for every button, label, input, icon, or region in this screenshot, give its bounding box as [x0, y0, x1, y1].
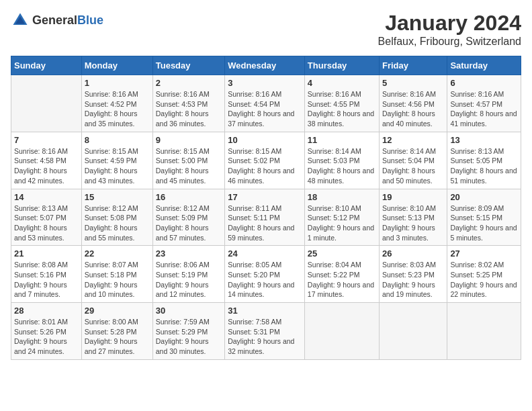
day-number: 29	[85, 306, 150, 316]
day-number: 18	[308, 192, 376, 202]
day-info: Sunrise: 8:15 AMSunset: 5:02 PMDaylight:…	[228, 146, 302, 186]
logo-icon	[11, 11, 30, 30]
day-cell: 31Sunrise: 7:58 AMSunset: 5:31 PMDayligh…	[225, 303, 305, 360]
header-day-friday: Friday	[380, 56, 447, 75]
day-cell: 11Sunrise: 8:14 AMSunset: 5:03 PMDayligh…	[304, 132, 379, 189]
day-cell	[304, 303, 379, 360]
day-cell: 30Sunrise: 7:59 AMSunset: 5:29 PMDayligh…	[152, 303, 224, 360]
day-number: 19	[382, 192, 444, 202]
day-info: Sunrise: 8:02 AMSunset: 5:25 PMDaylight:…	[450, 260, 518, 300]
day-cell	[11, 75, 82, 132]
day-cell: 13Sunrise: 8:13 AMSunset: 5:05 PMDayligh…	[447, 132, 521, 189]
day-number: 9	[156, 135, 222, 145]
day-cell	[380, 303, 447, 360]
day-info: Sunrise: 8:09 AMSunset: 5:15 PMDaylight:…	[450, 203, 518, 243]
day-info: Sunrise: 8:12 AMSunset: 5:08 PMDaylight:…	[85, 203, 150, 243]
day-info: Sunrise: 8:03 AMSunset: 5:23 PMDaylight:…	[382, 260, 444, 300]
day-cell: 15Sunrise: 8:12 AMSunset: 5:08 PMDayligh…	[81, 189, 152, 246]
day-info: Sunrise: 7:58 AMSunset: 5:31 PMDaylight:…	[228, 317, 302, 357]
day-info: Sunrise: 8:10 AMSunset: 5:12 PMDaylight:…	[308, 203, 376, 243]
logo: GeneralBlue	[11, 11, 103, 30]
day-number: 1	[85, 78, 150, 88]
day-cell: 3Sunrise: 8:16 AMSunset: 4:54 PMDaylight…	[225, 75, 305, 132]
header-row: SundayMondayTuesdayWednesdayThursdayFrid…	[11, 56, 521, 75]
day-info: Sunrise: 8:05 AMSunset: 5:20 PMDaylight:…	[228, 260, 302, 300]
day-info: Sunrise: 8:07 AMSunset: 5:18 PMDaylight:…	[85, 260, 150, 300]
day-info: Sunrise: 8:16 AMSunset: 4:52 PMDaylight:…	[85, 89, 150, 129]
day-cell: 10Sunrise: 8:15 AMSunset: 5:02 PMDayligh…	[225, 132, 305, 189]
week-row-3: 14Sunrise: 8:13 AMSunset: 5:07 PMDayligh…	[11, 189, 521, 246]
day-cell: 23Sunrise: 8:06 AMSunset: 5:19 PMDayligh…	[152, 246, 224, 303]
day-number: 12	[382, 135, 444, 145]
page-header: GeneralBlue January 2024 Belfaux, Fribou…	[11, 11, 521, 48]
day-cell: 8Sunrise: 8:15 AMSunset: 4:59 PMDaylight…	[81, 132, 152, 189]
day-cell	[447, 303, 521, 360]
week-row-5: 28Sunrise: 8:01 AMSunset: 5:26 PMDayligh…	[11, 303, 521, 360]
header-day-wednesday: Wednesday	[225, 56, 305, 75]
day-info: Sunrise: 8:13 AMSunset: 5:07 PMDaylight:…	[14, 203, 79, 243]
day-number: 20	[450, 192, 518, 202]
day-number: 27	[450, 248, 518, 259]
week-row-2: 7Sunrise: 8:16 AMSunset: 4:58 PMDaylight…	[11, 132, 521, 189]
logo-general: General	[32, 13, 77, 27]
day-number: 8	[85, 135, 150, 145]
day-cell: 9Sunrise: 8:15 AMSunset: 5:00 PMDaylight…	[152, 132, 224, 189]
day-cell: 24Sunrise: 8:05 AMSunset: 5:20 PMDayligh…	[225, 246, 305, 303]
day-number: 6	[450, 78, 518, 88]
header-day-saturday: Saturday	[447, 56, 521, 75]
day-cell: 28Sunrise: 8:01 AMSunset: 5:26 PMDayligh…	[11, 303, 82, 360]
day-number: 7	[14, 135, 79, 145]
day-number: 2	[156, 78, 222, 88]
day-number: 28	[14, 306, 79, 316]
day-info: Sunrise: 8:06 AMSunset: 5:19 PMDaylight:…	[156, 260, 222, 300]
day-number: 26	[382, 248, 444, 259]
day-cell: 20Sunrise: 8:09 AMSunset: 5:15 PMDayligh…	[447, 189, 521, 246]
day-cell: 1Sunrise: 8:16 AMSunset: 4:52 PMDaylight…	[81, 75, 152, 132]
day-number: 5	[382, 78, 444, 88]
day-info: Sunrise: 8:12 AMSunset: 5:09 PMDaylight:…	[156, 203, 222, 243]
day-info: Sunrise: 8:11 AMSunset: 5:11 PMDaylight:…	[228, 203, 302, 243]
logo-text: GeneralBlue	[32, 13, 103, 28]
day-info: Sunrise: 7:59 AMSunset: 5:29 PMDaylight:…	[156, 317, 222, 357]
header-day-sunday: Sunday	[11, 56, 82, 75]
day-cell: 5Sunrise: 8:16 AMSunset: 4:56 PMDaylight…	[380, 75, 447, 132]
header-day-tuesday: Tuesday	[152, 56, 224, 75]
calendar-title: January 2024	[378, 11, 521, 36]
day-info: Sunrise: 8:08 AMSunset: 5:16 PMDaylight:…	[14, 260, 79, 300]
day-cell: 7Sunrise: 8:16 AMSunset: 4:58 PMDaylight…	[11, 132, 82, 189]
day-cell: 4Sunrise: 8:16 AMSunset: 4:55 PMDaylight…	[304, 75, 379, 132]
day-cell: 16Sunrise: 8:12 AMSunset: 5:09 PMDayligh…	[152, 189, 224, 246]
day-info: Sunrise: 8:04 AMSunset: 5:22 PMDaylight:…	[308, 260, 376, 300]
day-number: 22	[85, 248, 150, 259]
day-cell: 14Sunrise: 8:13 AMSunset: 5:07 PMDayligh…	[11, 189, 82, 246]
day-info: Sunrise: 8:14 AMSunset: 5:04 PMDaylight:…	[382, 146, 444, 186]
day-number: 30	[156, 306, 222, 316]
day-info: Sunrise: 8:16 AMSunset: 4:57 PMDaylight:…	[450, 89, 518, 129]
day-info: Sunrise: 8:16 AMSunset: 4:58 PMDaylight:…	[14, 146, 79, 186]
day-cell: 29Sunrise: 8:00 AMSunset: 5:28 PMDayligh…	[81, 303, 152, 360]
day-info: Sunrise: 8:15 AMSunset: 4:59 PMDaylight:…	[85, 146, 150, 186]
day-number: 3	[228, 78, 302, 88]
day-cell: 26Sunrise: 8:03 AMSunset: 5:23 PMDayligh…	[380, 246, 447, 303]
day-cell: 22Sunrise: 8:07 AMSunset: 5:18 PMDayligh…	[81, 246, 152, 303]
day-cell: 17Sunrise: 8:11 AMSunset: 5:11 PMDayligh…	[225, 189, 305, 246]
calendar-subtitle: Belfaux, Fribourg, Switzerland	[378, 36, 521, 48]
calendar-table: SundayMondayTuesdayWednesdayThursdayFrid…	[11, 56, 521, 360]
day-number: 4	[308, 78, 376, 88]
day-cell: 12Sunrise: 8:14 AMSunset: 5:04 PMDayligh…	[380, 132, 447, 189]
day-info: Sunrise: 8:10 AMSunset: 5:13 PMDaylight:…	[382, 203, 444, 243]
day-info: Sunrise: 8:16 AMSunset: 4:55 PMDaylight:…	[308, 89, 376, 129]
header-day-thursday: Thursday	[304, 56, 379, 75]
day-number: 31	[228, 306, 302, 316]
week-row-1: 1Sunrise: 8:16 AMSunset: 4:52 PMDaylight…	[11, 75, 521, 132]
day-number: 11	[308, 135, 376, 145]
day-number: 16	[156, 192, 222, 202]
day-info: Sunrise: 8:15 AMSunset: 5:00 PMDaylight:…	[156, 146, 222, 186]
day-cell: 25Sunrise: 8:04 AMSunset: 5:22 PMDayligh…	[304, 246, 379, 303]
day-number: 17	[228, 192, 302, 202]
day-cell: 2Sunrise: 8:16 AMSunset: 4:53 PMDaylight…	[152, 75, 224, 132]
day-info: Sunrise: 8:16 AMSunset: 4:53 PMDaylight:…	[156, 89, 222, 129]
day-cell: 19Sunrise: 8:10 AMSunset: 5:13 PMDayligh…	[380, 189, 447, 246]
day-number: 24	[228, 248, 302, 259]
day-info: Sunrise: 8:00 AMSunset: 5:28 PMDaylight:…	[85, 317, 150, 357]
